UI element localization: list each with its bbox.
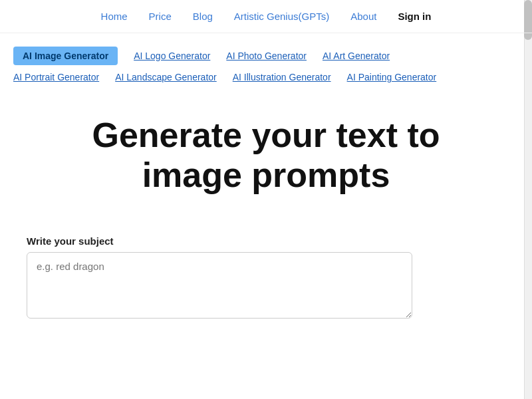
form-section: Write your subject [0, 235, 532, 348]
tab-ai-logo-generator[interactable]: AI Logo Generator [134, 51, 210, 61]
nav-blog[interactable]: Blog [193, 11, 213, 22]
tab-ai-landscape-generator[interactable]: AI Landscape Generator [115, 72, 217, 82]
nav-signin[interactable]: Sign in [398, 11, 431, 22]
main-nav: Home Price Blog Artistic Genius(GPTs) Ab… [0, 0, 532, 33]
generator-tabs: AI Image Generator AI Logo Generator AI … [0, 33, 505, 82]
tabs-row-2: AI Portrait Generator AI Landscape Gener… [13, 72, 492, 82]
tab-ai-image-generator[interactable]: AI Image Generator [13, 47, 118, 65]
nav-about[interactable]: About [350, 11, 376, 22]
tab-ai-painting-generator[interactable]: AI Painting Generator [347, 72, 437, 82]
hero-section: Generate your text to image prompts [0, 82, 532, 235]
tab-ai-photo-generator[interactable]: AI Photo Generator [226, 51, 307, 61]
scrollbar-track[interactable] [524, 0, 532, 399]
tab-ai-art-generator[interactable]: AI Art Generator [323, 51, 390, 61]
nav-home[interactable]: Home [101, 11, 128, 22]
hero-headline: Generate your text to image prompts [60, 116, 472, 196]
tab-ai-illustration-generator[interactable]: AI Illustration Generator [233, 72, 331, 82]
nav-artistic-genius[interactable]: Artistic Genius(GPTs) [234, 11, 329, 22]
nav-price[interactable]: Price [149, 11, 172, 22]
form-label: Write your subject [27, 235, 505, 247]
tab-ai-portrait-generator[interactable]: AI Portrait Generator [13, 72, 99, 82]
tabs-row-1: AI Image Generator AI Logo Generator AI … [13, 47, 492, 65]
subject-textarea[interactable] [27, 252, 412, 319]
